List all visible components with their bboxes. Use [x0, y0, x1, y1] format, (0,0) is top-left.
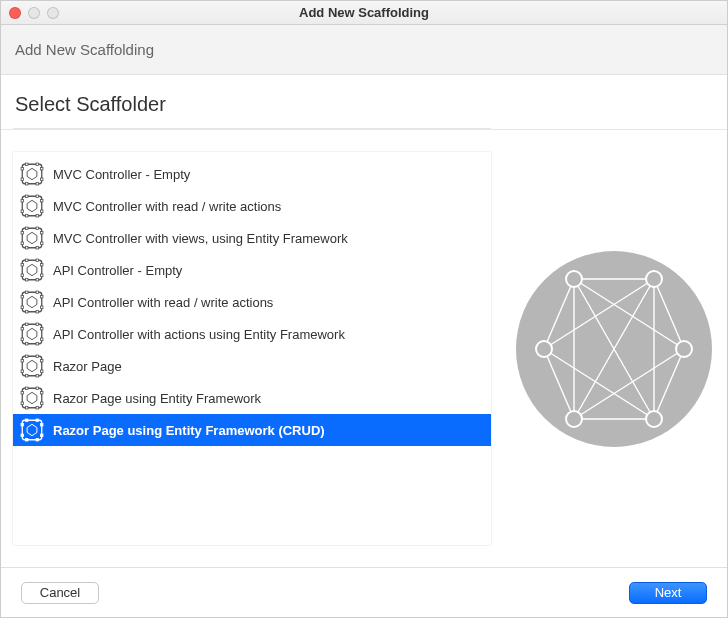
svg-rect-14 [41, 210, 43, 212]
svg-rect-23 [41, 232, 43, 234]
svg-rect-16 [36, 195, 38, 197]
svg-marker-69 [27, 360, 37, 371]
svg-rect-77 [26, 407, 28, 409]
svg-rect-57 [26, 343, 28, 345]
svg-rect-71 [21, 392, 23, 394]
svg-rect-36 [36, 259, 38, 261]
scaffolder-icon [19, 321, 45, 347]
svg-rect-10 [22, 196, 42, 216]
scaffolder-list[interactable]: MVC Controller - Empty MVC Controller wi… [13, 152, 491, 545]
scaffolder-list-item[interactable]: MVC Controller with read / write actions [13, 190, 491, 222]
svg-rect-12 [21, 210, 23, 212]
scaffolder-list-item[interactable]: MVC Controller with views, using Entity … [13, 222, 491, 254]
svg-point-106 [646, 271, 662, 287]
scaffolder-icon [19, 161, 45, 187]
dialog-footer: Cancel Next [1, 567, 727, 617]
scaffolder-list-item[interactable]: Razor Page [13, 350, 491, 382]
svg-rect-1 [21, 168, 23, 170]
scaffolder-list-item[interactable]: API Controller - Empty [13, 254, 491, 286]
cancel-button[interactable]: Cancel [21, 582, 99, 604]
window-title: Add New Scaffolding [1, 5, 727, 20]
svg-rect-61 [21, 360, 23, 362]
svg-marker-79 [27, 392, 37, 403]
body: MVC Controller - Empty MVC Controller wi… [1, 129, 727, 567]
svg-marker-39 [27, 264, 37, 275]
svg-rect-75 [26, 387, 28, 389]
svg-rect-5 [26, 163, 28, 165]
svg-rect-0 [22, 164, 42, 184]
svg-rect-47 [26, 311, 28, 313]
scaffolder-icon [19, 257, 45, 283]
svg-marker-89 [27, 424, 37, 435]
svg-rect-8 [36, 183, 38, 185]
svg-rect-88 [36, 439, 38, 441]
svg-rect-67 [26, 375, 28, 377]
scaffolder-icon [19, 225, 45, 251]
svg-rect-2 [21, 178, 23, 180]
svg-rect-25 [26, 227, 28, 229]
scaffolder-list-item[interactable]: Razor Page using Entity Framework [13, 382, 491, 414]
svg-rect-85 [26, 419, 28, 421]
svg-rect-63 [41, 360, 43, 362]
scaffolder-label: MVC Controller with read / write actions [53, 199, 281, 214]
svg-rect-68 [36, 375, 38, 377]
svg-point-108 [676, 341, 692, 357]
svg-rect-35 [26, 259, 28, 261]
svg-rect-6 [36, 163, 38, 165]
svg-rect-45 [26, 291, 28, 293]
svg-rect-44 [41, 306, 43, 308]
svg-rect-4 [41, 178, 43, 180]
svg-rect-33 [41, 264, 43, 266]
svg-rect-24 [41, 242, 43, 244]
svg-rect-38 [36, 279, 38, 281]
scaffolder-label: Razor Page using Entity Framework [53, 391, 261, 406]
svg-rect-50 [22, 324, 42, 344]
svg-rect-70 [22, 388, 42, 408]
scaffolder-icon [19, 385, 45, 411]
scaffolder-list-item[interactable]: MVC Controller - Empty [13, 158, 491, 190]
scaffolder-icon [19, 193, 45, 219]
svg-rect-13 [41, 200, 43, 202]
svg-point-110 [646, 411, 662, 427]
svg-point-105 [566, 271, 582, 287]
svg-rect-83 [41, 424, 43, 426]
scaffolder-label: API Controller with actions using Entity… [53, 327, 345, 342]
preview-graph-icon [514, 249, 714, 449]
svg-marker-59 [27, 328, 37, 339]
svg-rect-41 [21, 296, 23, 298]
scaffolder-icon [19, 417, 45, 443]
svg-point-109 [566, 411, 582, 427]
svg-rect-11 [21, 200, 23, 202]
svg-rect-7 [26, 183, 28, 185]
svg-rect-31 [21, 264, 23, 266]
svg-rect-84 [41, 434, 43, 436]
scaffolder-label: MVC Controller - Empty [53, 167, 190, 182]
scaffolder-list-item[interactable]: Razor Page using Entity Framework (CRUD) [13, 414, 491, 446]
svg-rect-72 [21, 402, 23, 404]
content-area: Select Scaffolder MVC Controller - Empty… [1, 75, 727, 567]
svg-rect-87 [26, 439, 28, 441]
scaffolder-list-item[interactable]: API Controller with read / write actions [13, 286, 491, 318]
svg-rect-22 [21, 242, 23, 244]
svg-rect-60 [22, 356, 42, 376]
svg-rect-51 [21, 328, 23, 330]
svg-rect-34 [41, 274, 43, 276]
svg-rect-32 [21, 274, 23, 276]
svg-rect-28 [36, 247, 38, 249]
svg-rect-17 [26, 215, 28, 217]
svg-marker-29 [27, 232, 37, 243]
svg-rect-66 [36, 355, 38, 357]
svg-rect-76 [36, 387, 38, 389]
svg-marker-9 [27, 168, 37, 179]
svg-rect-48 [36, 311, 38, 313]
svg-rect-3 [41, 168, 43, 170]
svg-rect-55 [26, 323, 28, 325]
svg-rect-15 [26, 195, 28, 197]
svg-rect-81 [21, 424, 23, 426]
next-button[interactable]: Next [629, 582, 707, 604]
svg-rect-82 [21, 434, 23, 436]
svg-rect-73 [41, 392, 43, 394]
svg-rect-86 [36, 419, 38, 421]
scaffolder-label: API Controller - Empty [53, 263, 182, 278]
scaffolder-list-item[interactable]: API Controller with actions using Entity… [13, 318, 491, 350]
